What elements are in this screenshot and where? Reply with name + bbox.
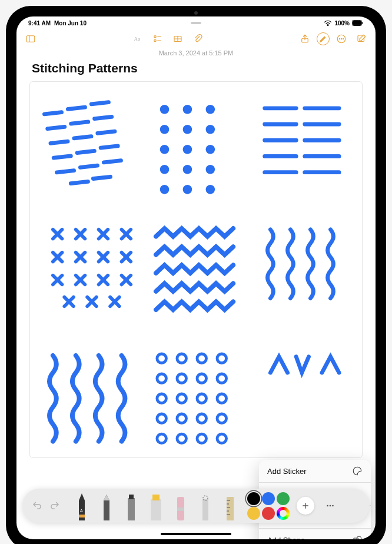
markup-toolbar: A bbox=[22, 489, 370, 523]
svg-point-37 bbox=[183, 105, 192, 114]
svg-line-27 bbox=[98, 130, 115, 135]
pencil-tool[interactable] bbox=[95, 491, 118, 520]
add-shape-item[interactable]: Add Shape bbox=[259, 529, 371, 539]
svg-point-109 bbox=[197, 434, 207, 443]
sticker-icon bbox=[352, 466, 363, 476]
svg-line-32 bbox=[80, 164, 97, 169]
svg-line-34 bbox=[71, 180, 88, 185]
svg-point-135 bbox=[332, 505, 334, 507]
svg-point-47 bbox=[206, 165, 215, 174]
svg-rect-119 bbox=[151, 499, 161, 520]
svg-rect-3 bbox=[26, 36, 35, 42]
svg-line-19 bbox=[44, 111, 61, 116]
svg-point-98 bbox=[217, 374, 227, 383]
svg-point-106 bbox=[217, 414, 227, 423]
multitask-handle[interactable] bbox=[191, 22, 201, 24]
svg-rect-123 bbox=[202, 499, 208, 520]
menu-label: Add Shape bbox=[267, 536, 305, 540]
more-button[interactable] bbox=[333, 31, 350, 47]
compose-button[interactable] bbox=[353, 31, 370, 47]
svg-line-28 bbox=[54, 154, 71, 160]
color-palette bbox=[247, 492, 290, 520]
color-yellow[interactable] bbox=[247, 507, 260, 520]
status-bar: 9:41 AM Mon Jun 10 100% bbox=[16, 16, 376, 29]
drawing-canvas[interactable] bbox=[29, 81, 363, 458]
svg-point-48 bbox=[160, 185, 170, 194]
lasso-tool[interactable] bbox=[194, 491, 217, 520]
svg-point-17 bbox=[343, 38, 343, 39]
svg-point-15 bbox=[339, 38, 340, 39]
svg-line-31 bbox=[57, 169, 74, 174]
color-black[interactable] bbox=[247, 492, 260, 505]
ruler-tool[interactable] bbox=[219, 491, 241, 520]
svg-point-50 bbox=[206, 185, 215, 194]
status-time: 9:41 AM bbox=[28, 20, 51, 26]
svg-point-100 bbox=[177, 394, 187, 403]
attach-button[interactable] bbox=[190, 31, 206, 47]
text-format-button[interactable]: Aa bbox=[129, 31, 146, 47]
markup-toggle-button[interactable] bbox=[317, 32, 330, 45]
svg-point-36 bbox=[160, 105, 170, 114]
svg-point-101 bbox=[197, 394, 207, 403]
markup-more-button[interactable] bbox=[321, 497, 339, 515]
svg-point-41 bbox=[206, 125, 215, 134]
svg-point-8 bbox=[154, 39, 156, 41]
svg-point-42 bbox=[160, 145, 170, 154]
wifi-icon bbox=[324, 20, 332, 26]
svg-point-97 bbox=[197, 374, 207, 383]
add-sticker-item[interactable]: Add Sticker bbox=[259, 460, 371, 483]
svg-rect-113 bbox=[354, 538, 358, 539]
svg-line-24 bbox=[95, 115, 112, 121]
shape-icon bbox=[352, 535, 363, 539]
svg-text:Aa: Aa bbox=[134, 36, 141, 42]
svg-rect-118 bbox=[129, 495, 134, 499]
highlighter-tool[interactable] bbox=[145, 491, 167, 520]
svg-point-6 bbox=[154, 36, 156, 38]
color-green[interactable] bbox=[277, 492, 290, 505]
svg-rect-117 bbox=[128, 498, 135, 520]
svg-point-95 bbox=[157, 374, 167, 383]
undo-button[interactable] bbox=[29, 498, 45, 513]
note-title[interactable]: Stitching Patterns bbox=[16, 60, 376, 81]
svg-point-104 bbox=[177, 414, 187, 423]
svg-point-108 bbox=[177, 434, 187, 443]
svg-point-99 bbox=[157, 394, 167, 403]
color-picker-button[interactable] bbox=[277, 507, 290, 520]
checklist-button[interactable] bbox=[150, 31, 166, 47]
svg-point-40 bbox=[183, 125, 192, 134]
svg-point-96 bbox=[177, 374, 187, 383]
app-toolbar: Aa bbox=[16, 29, 376, 48]
add-button[interactable] bbox=[297, 497, 314, 515]
svg-rect-1 bbox=[353, 21, 361, 25]
redo-button[interactable] bbox=[47, 498, 62, 513]
note-date: March 3, 2024 at 5:15 PM bbox=[16, 48, 376, 60]
svg-line-35 bbox=[93, 175, 110, 180]
svg-point-134 bbox=[330, 505, 331, 507]
marker-tool[interactable] bbox=[120, 491, 142, 520]
color-red[interactable] bbox=[262, 507, 275, 520]
color-blue[interactable] bbox=[262, 492, 275, 505]
svg-point-94 bbox=[217, 354, 227, 363]
home-indicator[interactable] bbox=[161, 533, 231, 535]
table-button[interactable] bbox=[170, 31, 186, 47]
svg-line-20 bbox=[68, 105, 85, 111]
status-date: Mon Jun 10 bbox=[54, 20, 87, 26]
svg-point-43 bbox=[183, 145, 192, 154]
svg-point-49 bbox=[183, 185, 192, 194]
svg-rect-120 bbox=[152, 495, 160, 500]
svg-line-21 bbox=[91, 101, 108, 106]
front-camera bbox=[194, 11, 198, 15]
battery-icon bbox=[352, 20, 364, 26]
svg-point-44 bbox=[206, 145, 215, 154]
svg-line-23 bbox=[71, 120, 88, 125]
svg-point-110 bbox=[217, 434, 227, 443]
svg-point-102 bbox=[217, 394, 227, 403]
sidebar-toggle-button[interactable] bbox=[22, 31, 39, 47]
svg-line-29 bbox=[77, 150, 94, 155]
svg-rect-2 bbox=[363, 22, 364, 24]
svg-point-107 bbox=[157, 434, 167, 443]
pen-tool[interactable]: A bbox=[71, 491, 93, 520]
svg-point-46 bbox=[183, 165, 192, 174]
eraser-tool[interactable] bbox=[170, 491, 192, 520]
share-button[interactable] bbox=[297, 31, 313, 47]
